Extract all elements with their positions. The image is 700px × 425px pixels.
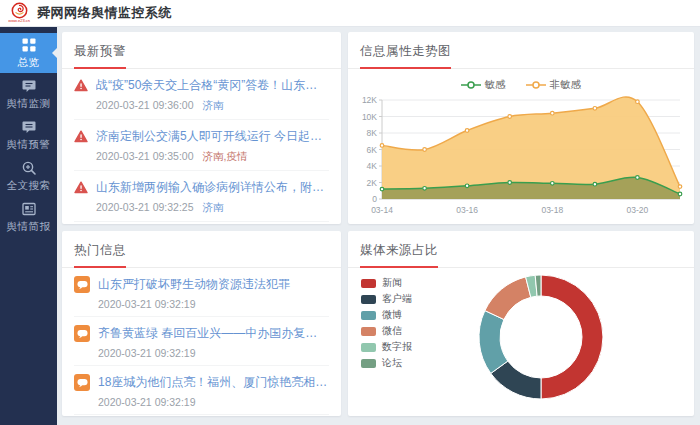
warning-item[interactable]: 山东新增两例输入确诊病例详情公布 2020-03-21 09:32:19济南 bbox=[74, 222, 329, 224]
warning-tag[interactable]: 济南 bbox=[203, 99, 224, 111]
grid-icon bbox=[21, 37, 37, 53]
pie-legend-item[interactable]: 论坛 bbox=[361, 355, 412, 371]
panel-trend-chart: 信息属性走势图 非敏感 敏感 02K4K6K8K10K12K03-1403-16… bbox=[348, 32, 694, 224]
warning-item[interactable]: 战“疫”50余天交上合格“黄冈”答卷！山东援助黄冈医疗队今天 2020-03-2… bbox=[74, 69, 329, 120]
warning-time: 2020-03-21 09:36:00 bbox=[96, 99, 194, 111]
panel-title: 最新预警 bbox=[74, 43, 126, 69]
sidebar-item-label: 全文搜索 bbox=[7, 179, 51, 193]
line-marker-icon bbox=[461, 81, 481, 89]
sidebar-item-label: 舆情预警 bbox=[7, 138, 51, 152]
sidebar-item-overview[interactable]: 总览 bbox=[0, 33, 57, 73]
line-marker-icon bbox=[526, 81, 546, 89]
legend-label: 论坛 bbox=[382, 356, 402, 370]
main-content: 最新预警 战“疫”50余天交上合格“黄冈”答卷！山东援助黄冈医疗队今天 2020… bbox=[57, 26, 700, 425]
legend-swatch bbox=[361, 343, 376, 352]
legend-label: 客户端 bbox=[382, 292, 412, 306]
shunwang-logo-icon bbox=[11, 2, 28, 19]
warning-time: 2020-03-21 09:32:25 bbox=[96, 201, 194, 213]
svg-text:0: 0 bbox=[372, 194, 377, 204]
trend-legend: 非敏感 敏感 bbox=[348, 69, 694, 93]
legend-swatch bbox=[361, 279, 376, 288]
panel-header: 媒体来源占比 bbox=[348, 231, 694, 268]
hot-item[interactable]: 齐鲁黄蓝绿 春回百业兴——中办国办复工复产调研组山东见闻 2020-03-21 … bbox=[74, 317, 329, 366]
sidebar-item-warning[interactable]: 舆情预警 bbox=[0, 115, 57, 155]
panel-header: 热门信息 bbox=[62, 231, 341, 268]
legend-swatch bbox=[361, 295, 376, 304]
warning-list: 战“疫”50余天交上合格“黄冈”答卷！山东援助黄冈医疗队今天 2020-03-2… bbox=[62, 69, 341, 224]
warning-title-link[interactable]: 山东新增两例输入确诊病例详情公布，附详细交通行程 bbox=[96, 179, 329, 196]
panel-header: 最新预警 bbox=[62, 32, 341, 69]
panel-hot-info: 热门信息 山东严打破坏野生动物资源违法犯罪 2020-03-21 09:32:1… bbox=[62, 231, 341, 416]
svg-text:10K: 10K bbox=[362, 112, 377, 122]
hot-time: 2020-03-21 09:32:19 bbox=[98, 396, 196, 408]
hot-list: 山东严打破坏野生动物资源违法犯罪 2020-03-21 09:32:19 齐鲁黄… bbox=[62, 268, 341, 416]
legend-label: 微博 bbox=[382, 308, 402, 322]
alert-triangle-icon bbox=[74, 179, 88, 215]
search-plus-icon bbox=[21, 160, 37, 176]
warning-tag[interactable]: 济南 bbox=[203, 201, 224, 213]
hot-item[interactable]: 山河无恙勇士归来：谢谢你们为同胞拼过命 2020-03-21 09:32:19 bbox=[74, 415, 329, 416]
sidebar: 总览 舆情监测 舆情预警 全文搜索 bbox=[0, 26, 57, 425]
pie-legend: 新闻客户端微博微信数字报论坛 bbox=[361, 275, 412, 371]
svg-text:6K: 6K bbox=[367, 145, 378, 155]
app-title: 舜网网络舆情监控系统 bbox=[37, 4, 172, 22]
hot-item[interactable]: 18座城为他们点亮！福州、厦门惊艳亮相！央视现场直播！ 2020-03-21 0… bbox=[74, 366, 329, 415]
svg-text:03-16: 03-16 bbox=[456, 205, 478, 215]
warning-item[interactable]: 山东新增两例输入确诊病例详情公布，附详细交通行程 2020-03-21 09:3… bbox=[74, 171, 329, 222]
svg-text:12K: 12K bbox=[362, 95, 377, 105]
panel-header: 信息属性走势图 bbox=[348, 32, 694, 69]
app-logo: www.e23.cn bbox=[7, 2, 31, 24]
sidebar-item-label: 总览 bbox=[18, 56, 40, 70]
alert-triangle-icon bbox=[74, 128, 88, 164]
sidebar-item-briefing[interactable]: 舆情简报 bbox=[0, 197, 57, 237]
svg-text:4K: 4K bbox=[367, 161, 378, 171]
comment-icon bbox=[74, 325, 90, 342]
legend-swatch bbox=[361, 311, 376, 320]
app-header: www.e23.cn 舜网网络舆情监控系统 bbox=[0, 0, 700, 27]
panel-title: 信息属性走势图 bbox=[360, 43, 451, 69]
pie-legend-item[interactable]: 微博 bbox=[361, 307, 412, 323]
hot-title-link[interactable]: 18座城为他们点亮！福州、厦门惊艳亮相！央视现场直播！ bbox=[98, 374, 329, 391]
briefing-document-icon bbox=[21, 201, 37, 217]
legend-label: 微信 bbox=[382, 324, 402, 338]
svg-text:2K: 2K bbox=[367, 178, 378, 188]
pie-legend-item[interactable]: 客户端 bbox=[361, 291, 412, 307]
comment-icon bbox=[74, 276, 90, 293]
legend-swatch bbox=[361, 359, 376, 368]
svg-text:03-20: 03-20 bbox=[627, 205, 649, 215]
hot-item[interactable]: 山东严打破坏野生动物资源违法犯罪 2020-03-21 09:32:19 bbox=[74, 268, 329, 317]
svg-text:03-18: 03-18 bbox=[541, 205, 563, 215]
panel-latest-warnings: 最新预警 战“疫”50余天交上合格“黄冈”答卷！山东援助黄冈医疗队今天 2020… bbox=[62, 32, 341, 224]
warning-time: 2020-03-21 09:35:00 bbox=[96, 150, 194, 162]
hot-time: 2020-03-21 09:32:19 bbox=[98, 347, 196, 359]
hot-time: 2020-03-21 09:32:19 bbox=[98, 298, 196, 310]
sidebar-item-monitor[interactable]: 舆情监测 bbox=[0, 74, 57, 114]
chat-bubble-icon bbox=[21, 78, 37, 94]
logo-subtext: www.e23.cn bbox=[8, 19, 30, 23]
svg-text:8K: 8K bbox=[367, 128, 378, 138]
pie-legend-item[interactable]: 数字报 bbox=[361, 339, 412, 355]
hot-title-link[interactable]: 山东严打破坏野生动物资源违法犯罪 bbox=[98, 276, 329, 293]
legend-item-nonsensitive[interactable]: 非敏感 bbox=[526, 78, 582, 92]
trend-area-chart: 02K4K6K8K10K12K03-1403-1603-1803-20 bbox=[348, 93, 694, 219]
alert-triangle-icon bbox=[74, 77, 88, 113]
sidebar-item-label: 舆情简报 bbox=[7, 220, 51, 234]
warning-tag[interactable]: 济南,疫情 bbox=[203, 150, 248, 162]
comment-icon bbox=[74, 374, 90, 391]
svg-text:03-14: 03-14 bbox=[371, 205, 393, 215]
legend-swatch bbox=[361, 327, 376, 336]
alert-bubble-icon bbox=[21, 119, 37, 135]
pie-legend-item[interactable]: 新闻 bbox=[361, 275, 412, 291]
warning-item[interactable]: 济南定制公交满5人即可开线运行 今日起至4月21日乘客可享八 2020-03-2… bbox=[74, 120, 329, 171]
sidebar-item-search[interactable]: 全文搜索 bbox=[0, 156, 57, 196]
panel-media-pie: 媒体来源占比 新闻客户端微博微信数字报论坛 bbox=[348, 231, 694, 416]
panel-title: 热门信息 bbox=[74, 242, 126, 268]
warning-title-link[interactable]: 济南定制公交满5人即可开线运行 今日起至4月21日乘客可享八 bbox=[96, 128, 329, 145]
legend-item-sensitive[interactable]: 敏感 bbox=[461, 78, 506, 92]
legend-label: 数字报 bbox=[382, 340, 412, 354]
pie-legend-item[interactable]: 微信 bbox=[361, 323, 412, 339]
hot-title-link[interactable]: 齐鲁黄蓝绿 春回百业兴——中办国办复工复产调研组山东见闻 bbox=[98, 325, 329, 342]
sidebar-item-label: 舆情监测 bbox=[7, 97, 51, 111]
warning-title-link[interactable]: 战“疫”50余天交上合格“黄冈”答卷！山东援助黄冈医疗队今天 bbox=[96, 77, 329, 94]
legend-label: 新闻 bbox=[382, 276, 402, 290]
